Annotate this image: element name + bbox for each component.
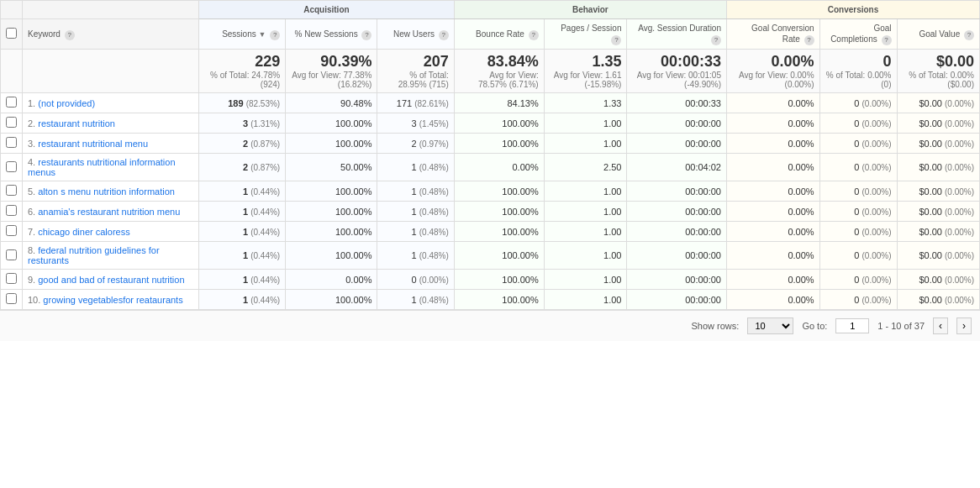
- bounce-rate-cell: 100.00%: [454, 113, 544, 134]
- row-number: 6.: [28, 207, 35, 217]
- sessions-help-icon[interactable]: ?: [270, 30, 280, 40]
- keyword-link[interactable]: restaurants nutritional information menu…: [28, 157, 176, 177]
- bounce-rate-cell: 100.00%: [454, 134, 544, 154]
- avg-session-help-icon[interactable]: ?: [711, 35, 721, 45]
- sort-arrow-icon: ▼: [259, 30, 266, 39]
- keyword-link[interactable]: good and bad of restaurant nutrition: [38, 275, 184, 285]
- row-number: 4.: [28, 157, 35, 167]
- new-sessions-cell: 100.00%: [286, 134, 377, 154]
- bounce-rate-cell: 0.00%: [454, 154, 544, 181]
- pages-session-cell: 1.00: [544, 134, 627, 154]
- goal-conv-rate-col-header[interactable]: Goal Conversion Rate ?: [726, 19, 819, 50]
- goal-conv-cell: 0.00%: [726, 202, 819, 222]
- goal-comp-help-icon[interactable]: ?: [882, 35, 892, 45]
- sessions-cell: 1 (0.44%): [199, 242, 286, 270]
- new-users-cell: 1 (0.48%): [377, 202, 454, 222]
- bounce-rate-col-header[interactable]: Bounce Rate ?: [454, 19, 544, 50]
- new-users-col-header[interactable]: New Users ?: [377, 19, 454, 50]
- goal-completions-col-header[interactable]: Goal Completions ?: [819, 19, 897, 50]
- table-row: 3. restaurant nutritional menu 2 (0.87%)…: [1, 134, 980, 154]
- row-checkbox-cell[interactable]: [1, 93, 23, 113]
- row-checkbox-2[interactable]: [6, 117, 17, 128]
- keyword-link[interactable]: restaurant nutrition: [38, 118, 115, 129]
- row-checkbox-cell[interactable]: [1, 154, 23, 181]
- goal-conv-help-icon[interactable]: ?: [804, 35, 814, 45]
- pages-session-cell: 2.50: [544, 154, 627, 181]
- sessions-cell: 1 (0.44%): [199, 181, 286, 202]
- keyword-col-header: Keyword ?: [23, 19, 199, 50]
- pages-session-col-header[interactable]: Pages / Session ?: [544, 19, 627, 50]
- goal-value-col-header[interactable]: Goal Value ?: [897, 19, 979, 50]
- total-goal-conv: 0.00% Avg for View: 0.00% (0.00%): [726, 50, 819, 93]
- table-row: 10. growing vegetablesfor reataurants 1 …: [1, 290, 980, 310]
- avg-duration-cell: 00:00:00: [627, 113, 727, 134]
- row-checkbox-cell[interactable]: [1, 222, 23, 242]
- pages-help-icon[interactable]: ?: [611, 35, 621, 45]
- total-pages-session: 1.35 Avg for View: 1.61 (-15.98%): [544, 50, 627, 93]
- row-checkbox-4[interactable]: [6, 161, 17, 172]
- new-sessions-cell: 100.00%: [286, 181, 377, 202]
- pages-session-cell: 1.00: [544, 270, 627, 290]
- keyword-link[interactable]: (not provided): [38, 98, 95, 108]
- keyword-link[interactable]: alton s menu nutrition information: [38, 186, 175, 197]
- goal-conv-cell: 0.00%: [726, 113, 819, 134]
- row-checkbox-1[interactable]: [6, 97, 17, 108]
- row-number: 8.: [28, 245, 35, 255]
- row-checkbox-8[interactable]: [6, 249, 17, 260]
- row-checkbox-cell[interactable]: [1, 290, 23, 310]
- pages-session-cell: 1.00: [544, 113, 627, 134]
- row-checkbox-9[interactable]: [6, 273, 17, 284]
- bounce-rate-help-icon[interactable]: ?: [529, 30, 539, 40]
- goal-comp-cell: 0 (0.00%): [819, 290, 897, 310]
- row-checkbox-cell[interactable]: [1, 242, 23, 270]
- keyword-link[interactable]: growing vegetablesfor reataurants: [43, 295, 182, 305]
- row-checkbox-cell[interactable]: [1, 270, 23, 290]
- goto-label: Go to:: [802, 321, 827, 331]
- bounce-rate-cell: 100.00%: [454, 181, 544, 202]
- new-users-help-icon[interactable]: ?: [439, 30, 449, 40]
- keyword-link[interactable]: anamia's restaurant nutrition menu: [38, 207, 180, 217]
- goal-comp-cell: 0 (0.00%): [819, 134, 897, 154]
- keyword-link[interactable]: federal nutrition guidelines for restura…: [28, 245, 160, 265]
- page-range: 1 - 10 of 37: [877, 321, 925, 331]
- next-page-button[interactable]: ›: [956, 317, 972, 334]
- row-checkbox-cell[interactable]: [1, 181, 23, 202]
- goto-input[interactable]: [835, 318, 869, 333]
- table-row: 8. federal nutrition guidelines for rest…: [1, 242, 980, 270]
- conversions-section-header: Conversions: [726, 1, 979, 19]
- row-checkbox-7[interactable]: [6, 225, 17, 236]
- row-checkbox-10[interactable]: [6, 293, 17, 304]
- new-sessions-col-header[interactable]: % New Sessions ?: [286, 19, 377, 50]
- select-all-checkbox-header[interactable]: [1, 19, 23, 50]
- keyword-link[interactable]: chicago diner caloress: [38, 227, 129, 237]
- row-checkbox-cell[interactable]: [1, 202, 23, 222]
- goal-conv-cell: 0.00%: [726, 93, 819, 113]
- keyword-link[interactable]: restaurant nutritional menu: [38, 139, 148, 149]
- row-checkbox-cell[interactable]: [1, 134, 23, 154]
- new-sessions-cell: 100.00%: [286, 222, 377, 242]
- keywords-table: Acquisition Behavior Conversions Keyword…: [0, 0, 980, 310]
- row-number: 7.: [28, 227, 35, 237]
- goal-value-cell: $0.00 (0.00%): [897, 290, 979, 310]
- row-checkbox-cell[interactable]: [1, 113, 23, 134]
- pages-session-cell: 1.00: [544, 222, 627, 242]
- new-users-cell: 0 (0.00%): [377, 270, 454, 290]
- row-checkbox-6[interactable]: [6, 205, 17, 216]
- new-sessions-help-icon[interactable]: ?: [361, 30, 371, 40]
- row-checkbox-3[interactable]: [6, 137, 17, 148]
- new-users-cell: 1 (0.48%): [377, 242, 454, 270]
- row-checkbox-5[interactable]: [6, 185, 17, 196]
- show-rows-select[interactable]: 10 25 50 100 500 1000: [747, 317, 793, 334]
- avg-duration-cell: 00:00:00: [627, 222, 727, 242]
- keyword-help-icon[interactable]: ?: [65, 30, 75, 40]
- prev-page-button[interactable]: ‹: [933, 317, 948, 334]
- goal-conv-cell: 0.00%: [726, 270, 819, 290]
- avg-duration-cell: 00:00:00: [627, 202, 727, 222]
- sessions-col-header[interactable]: Sessions ▼ ?: [199, 19, 286, 50]
- pages-session-cell: 1.00: [544, 242, 627, 270]
- select-all-checkbox[interactable]: [6, 28, 17, 39]
- bounce-rate-cell: 84.13%: [454, 93, 544, 113]
- avg-session-col-header[interactable]: Avg. Session Duration ?: [627, 19, 727, 50]
- goal-value-help-icon[interactable]: ?: [964, 30, 974, 40]
- total-bounce-rate: 83.84% Avg for View: 78.57% (6.71%): [454, 50, 544, 93]
